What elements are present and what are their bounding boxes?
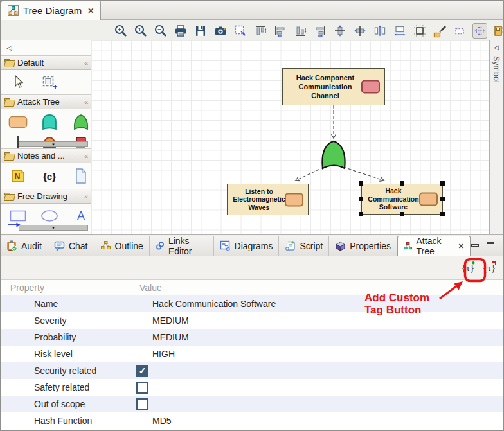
tab-audit[interactable]: Audit bbox=[1, 236, 48, 256]
column-property[interactable]: Property bbox=[1, 280, 134, 295]
property-value-cell[interactable]: MD5 bbox=[134, 412, 503, 429]
align-bottom-icon[interactable] bbox=[293, 23, 307, 39]
selection-handle[interactable] bbox=[400, 181, 404, 186]
table-row[interactable]: ProbabilityMEDIUM bbox=[1, 329, 503, 346]
selection-handle[interactable] bbox=[359, 197, 363, 201]
match-height-icon[interactable] bbox=[373, 23, 387, 39]
distribute-center-icon[interactable] bbox=[353, 23, 367, 39]
table-row[interactable]: Security related✓ bbox=[1, 362, 503, 379]
auto-size-icon[interactable] bbox=[413, 23, 427, 39]
property-value-cell[interactable] bbox=[134, 379, 503, 396]
symbol-collapse-icon[interactable]: ◁ bbox=[494, 44, 499, 51]
zoom-out-icon[interactable] bbox=[154, 23, 168, 39]
close-icon[interactable]: ✕ bbox=[87, 6, 94, 15]
tab-attack-tree[interactable]: Attack Tree ✕ bbox=[397, 236, 471, 256]
palette-section-attack-tree[interactable]: Attack Tree « bbox=[1, 94, 91, 109]
checkbox[interactable] bbox=[136, 382, 148, 394]
svg-text:1: 1 bbox=[138, 26, 141, 33]
section-label: Default bbox=[17, 58, 44, 67]
pin-icon[interactable]: « bbox=[84, 98, 87, 106]
checkbox[interactable]: ✓ bbox=[136, 365, 148, 377]
node-listen-to-electromagnetic-waves[interactable]: Listen to Electromagnetic Waves bbox=[227, 184, 309, 215]
property-value-cell[interactable]: HIGH bbox=[134, 346, 503, 362]
checkbox[interactable] bbox=[136, 398, 148, 410]
select-tool[interactable] bbox=[8, 75, 28, 90]
property-value-cell[interactable] bbox=[134, 396, 503, 412]
align-left-icon[interactable] bbox=[273, 23, 287, 39]
tab-chat[interactable]: Chat bbox=[48, 236, 94, 256]
grid-toggle-icon[interactable] bbox=[473, 23, 487, 39]
node-badge[interactable] bbox=[285, 193, 303, 206]
align-top-icon[interactable] bbox=[253, 23, 267, 39]
zoom-original-icon[interactable]: 1 bbox=[134, 23, 148, 39]
table-row[interactable]: Risk levelHIGH bbox=[1, 346, 503, 362]
table-row[interactable]: SeverityMEDIUM bbox=[1, 312, 503, 329]
symbol-panel-collapsed[interactable]: ◁ Symbol bbox=[489, 40, 503, 234]
table-row[interactable]: NameHack Communication Software bbox=[1, 295, 503, 312]
node-badge[interactable] bbox=[419, 193, 438, 206]
tab-outline[interactable]: Outline bbox=[94, 236, 150, 256]
note-tool[interactable]: N bbox=[8, 168, 28, 184]
edge-gate-to-right[interactable] bbox=[343, 167, 384, 180]
and-gate-tool[interactable] bbox=[40, 114, 59, 130]
selection-handle[interactable] bbox=[359, 212, 363, 216]
tab-script[interactable]: Script bbox=[279, 236, 329, 256]
property-value-cell[interactable]: ✓ bbox=[134, 362, 503, 379]
or-gate-tool[interactable] bbox=[71, 114, 91, 130]
palette-section-notes[interactable]: Notes and ... « bbox=[1, 148, 91, 163]
palette-collapse-icon[interactable]: ◁ bbox=[6, 44, 12, 52]
tab-properties[interactable]: Properties bbox=[329, 236, 397, 256]
minimize-icon[interactable] bbox=[471, 244, 479, 247]
property-value-cell[interactable]: MEDIUM bbox=[134, 312, 503, 329]
snap-geometry-icon[interactable] bbox=[453, 23, 467, 39]
table-row[interactable]: Hash FunctionMD5 bbox=[1, 412, 503, 429]
palette-scroll-down[interactable]: ▼ bbox=[19, 225, 88, 231]
print-icon[interactable] bbox=[174, 23, 188, 39]
distribute-middle-icon[interactable] bbox=[333, 23, 347, 39]
snapshot-icon[interactable] bbox=[213, 23, 228, 39]
table-row[interactable]: Safety related bbox=[1, 379, 503, 396]
column-value[interactable]: Value bbox=[134, 283, 162, 293]
marquee-zoom-icon[interactable] bbox=[233, 23, 248, 39]
pin-icon[interactable]: « bbox=[84, 59, 87, 67]
property-name-cell: Security related bbox=[1, 362, 134, 379]
close-icon[interactable]: ✕ bbox=[458, 242, 464, 251]
palette-section-free-drawing[interactable]: Free Drawing « bbox=[1, 189, 91, 204]
selection-handle[interactable] bbox=[359, 181, 363, 186]
or-gate[interactable] bbox=[322, 141, 345, 168]
table-row[interactable]: Out of scope bbox=[1, 396, 503, 412]
tab-tree-diagram[interactable]: Tree Diagram ✕ bbox=[1, 1, 101, 20]
document-tool[interactable] bbox=[71, 168, 91, 184]
table-header: Property Value bbox=[1, 280, 503, 295]
constraint-tool[interactable]: {c} bbox=[40, 168, 59, 184]
add-custom-tag-button[interactable]: {τ} ◆ bbox=[460, 260, 476, 276]
selection-handle[interactable] bbox=[440, 212, 445, 216]
selection-handle[interactable] bbox=[400, 212, 404, 216]
tab-diagrams[interactable]: Diagrams bbox=[214, 236, 280, 256]
tab-links-editor[interactable]: Links Editor bbox=[150, 236, 214, 256]
pin-icon[interactable]: « bbox=[84, 193, 87, 200]
property-value-cell[interactable]: MEDIUM bbox=[134, 329, 503, 346]
symbols-view-icon[interactable] bbox=[493, 23, 504, 39]
diagram-canvas[interactable]: Hack Component Communication Channel Lis… bbox=[91, 40, 489, 234]
node-badge[interactable] bbox=[361, 80, 380, 94]
selection-handle[interactable] bbox=[440, 197, 445, 201]
remove-custom-tag-button[interactable]: {τ} bbox=[482, 260, 497, 276]
format-paint-icon[interactable] bbox=[433, 23, 447, 39]
pin-icon[interactable]: « bbox=[84, 152, 87, 160]
match-width-icon[interactable] bbox=[393, 23, 407, 39]
node-hack-communication-software[interactable]: Hack Communication Software bbox=[361, 184, 443, 215]
node-tool[interactable] bbox=[8, 114, 28, 130]
edge-gate-to-left[interactable] bbox=[296, 167, 324, 180]
maximize-icon[interactable] bbox=[487, 242, 494, 249]
property-value-cell[interactable]: Hack Communication Software bbox=[134, 295, 503, 312]
palette-tools-attack-tree-2: ▼ bbox=[1, 135, 91, 148]
align-right-icon[interactable] bbox=[313, 23, 327, 39]
node-hack-component-communication-channel[interactable]: Hack Component Communication Channel bbox=[282, 68, 385, 105]
palette-scroll-down[interactable]: ▼ bbox=[19, 141, 88, 147]
save-icon[interactable] bbox=[194, 23, 208, 39]
zoom-in-icon[interactable] bbox=[114, 23, 128, 39]
palette-section-default[interactable]: Default « bbox=[1, 55, 91, 70]
selection-handle[interactable] bbox=[440, 181, 445, 186]
marquee-tool[interactable] bbox=[40, 75, 59, 90]
